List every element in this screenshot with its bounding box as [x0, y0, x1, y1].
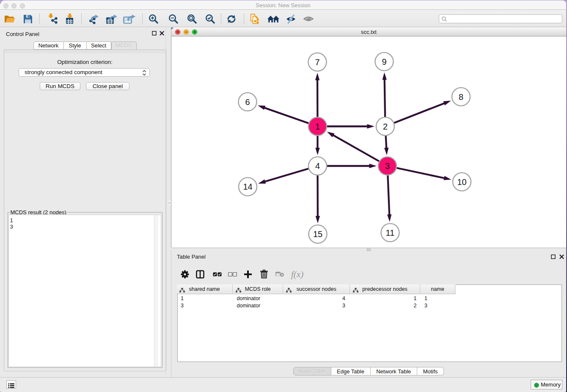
svg-text:8: 8: [459, 92, 463, 102]
svg-text:14: 14: [243, 182, 252, 191]
svg-text:11: 11: [386, 228, 395, 237]
svg-text:6: 6: [245, 97, 250, 107]
svg-text:15: 15: [313, 229, 322, 239]
svg-text:7: 7: [315, 58, 319, 67]
svg-text:3: 3: [385, 161, 390, 171]
svg-text:10: 10: [457, 177, 466, 187]
svg-text:4: 4: [315, 161, 320, 171]
svg-text:f(x): f(x): [291, 270, 303, 279]
svg-text:2: 2: [383, 122, 388, 131]
svg-text:1: 1: [315, 122, 320, 131]
svg-text:9: 9: [382, 57, 386, 66]
